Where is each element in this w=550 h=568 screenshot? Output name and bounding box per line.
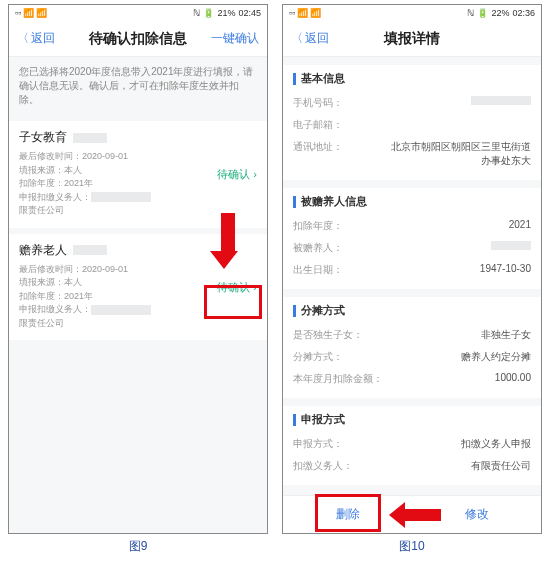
label-address: 通讯地址： [293, 140, 343, 168]
nfc-icon: ℕ [467, 8, 474, 18]
back-button[interactable]: 〈 返回 [291, 30, 329, 47]
back-label: 返回 [305, 30, 329, 47]
value-agent: 有限责任公司 [471, 459, 531, 473]
nav-bar: 〈 返回 待确认扣除信息 一键确认 [9, 21, 267, 57]
redacted-icon [91, 305, 151, 315]
status-pending: 待确认 › [217, 167, 257, 182]
page-title: 待确认扣除信息 [89, 30, 187, 48]
phone-left: ▫▫📶📶 ℕ 🔋 21% 02:45 〈 返回 待确认扣除信息 一键确认 您已选… [8, 4, 268, 534]
footer-actions: 删除 修改 [283, 495, 541, 533]
annotation-arrow-down-icon [217, 213, 238, 269]
card-title: 赡养老人 [19, 242, 67, 259]
status-bar: ▫▫📶📶 ℕ 🔋 22% 02:36 [283, 5, 541, 21]
value-declare-way: 扣缴义务人申报 [461, 437, 531, 451]
card-title: 子女教育 [19, 129, 67, 146]
value-address: 北京市朝阳区朝阳区三里屯街道办事处东大 [391, 140, 531, 168]
battery-pct: 21% [217, 8, 235, 18]
nfc-icon: ℕ [193, 8, 200, 18]
nav-bar: 〈 返回 填报详情 [283, 21, 541, 57]
redacted-icon [73, 133, 107, 143]
redacted-icon [471, 96, 531, 105]
page-title: 填报详情 [384, 30, 440, 48]
label-only-child: 是否独生子女： [293, 328, 363, 342]
phone-right: ▫▫📶📶 ℕ 🔋 22% 02:36 〈 返回 填报详情 基本信息 [282, 4, 542, 534]
meta-line: 最后修改时间：2020-09-01 [19, 150, 257, 164]
section-title: 被赡养人信息 [301, 194, 367, 209]
section-allocation: 分摊方式 是否独生子女：非独生子女 分摊方式：赡养人约定分摊 本年度月扣除金额：… [283, 297, 541, 398]
section-dependent-info: 被赡养人信息 扣除年度：2021 被赡养人： 出生日期：1947-10-30 [283, 188, 541, 289]
label-amount: 本年度月扣除金额： [293, 372, 383, 386]
redacted-icon [491, 241, 531, 250]
back-button[interactable]: 〈 返回 [17, 30, 55, 47]
label-phone: 手机号码： [293, 96, 343, 110]
annotation-arrow-left-icon [389, 502, 441, 528]
battery-pct: 22% [491, 8, 509, 18]
value-amount: 1000.00 [495, 372, 531, 386]
status-bar: ▫▫📶📶 ℕ 🔋 21% 02:45 [9, 5, 267, 21]
section-title: 分摊方式 [301, 303, 345, 318]
section-declaration: 申报方式 申报方式：扣缴义务人申报 扣缴义务人：有限责任公司 [283, 406, 541, 485]
clock: 02:45 [238, 8, 261, 18]
value-share-mode: 赡养人约定分摊 [461, 350, 531, 364]
label-year: 扣除年度： [293, 219, 343, 233]
info-hint: 您已选择将2020年度信息带入2021年度进行填报，请确认信息无误。确认后，才可… [9, 57, 267, 115]
value-year: 2021 [509, 219, 531, 233]
value-dob: 1947-10-30 [480, 263, 531, 277]
chevron-left-icon: 〈 [291, 30, 303, 47]
section-title: 基本信息 [301, 71, 345, 86]
back-label: 返回 [31, 30, 55, 47]
meta-line: 申报扣缴义务人： [19, 304, 91, 314]
meta-line: 申报扣缴义务人： [19, 192, 91, 202]
label-declare-way: 申报方式： [293, 437, 343, 451]
confirm-all-button[interactable]: 一键确认 [211, 30, 259, 47]
figure-caption: 图9 [129, 538, 148, 555]
redacted-icon [73, 245, 107, 255]
label-email: 电子邮箱： [293, 118, 343, 132]
deduction-card-children-edu[interactable]: 子女教育 最后修改时间：2020-09-01 填报来源：本人 扣除年度：2021… [9, 121, 267, 228]
status-pending: 待确认 › [217, 279, 257, 294]
label-share-mode: 分摊方式： [293, 350, 343, 364]
value-only-child: 非独生子女 [481, 328, 531, 342]
label-agent: 扣缴义务人： [293, 459, 353, 473]
meta-line: 限责任公司 [19, 317, 257, 331]
section-basic-info: 基本信息 手机号码： 电子邮箱： 通讯地址：北京市朝阳区朝阳区三里屯街道办事处东… [283, 65, 541, 180]
chevron-left-icon: 〈 [17, 30, 29, 47]
clock: 02:36 [512, 8, 535, 18]
label-dob: 出生日期： [293, 263, 343, 277]
redacted-icon [91, 192, 151, 202]
figure-caption: 图10 [399, 538, 424, 555]
label-dependent: 被赡养人： [293, 241, 343, 255]
section-title: 申报方式 [301, 412, 345, 427]
